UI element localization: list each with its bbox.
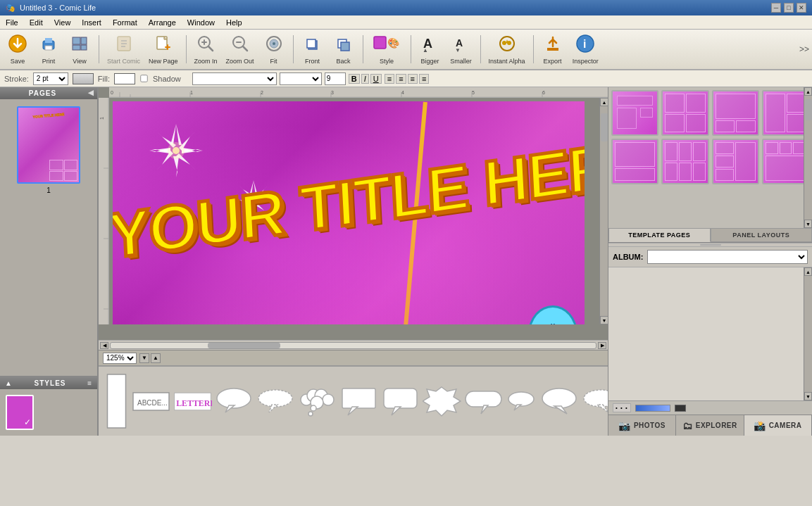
toolbar: Save Print View [0,30,812,70]
zoom-increase-button[interactable]: ▲ [151,353,161,363]
speech-bubble-round2-shape[interactable] [540,386,579,417]
dots-button[interactable]: • • • [613,403,631,412]
speech-bubble-rect-shape[interactable] [339,386,378,417]
zoom-in-button[interactable]: Zoom In [191,31,221,68]
canvas-scroll-right-arrow[interactable]: ▶ [598,342,606,349]
back-button[interactable]: Back [329,31,358,68]
menu-insert[interactable]: Insert [76,17,107,28]
fill-color-box[interactable] [114,73,135,84]
speech-bubble-wide-shape[interactable] [464,386,503,417]
speech-bubble-jagged-shape[interactable] [423,386,461,417]
styles-more-button[interactable]: ≡ [87,379,95,387]
instant-alpha-button[interactable]: Instant Alpha [485,31,529,68]
template-thumb-6[interactable] [661,139,708,184]
text-box-shape[interactable]: ABCDE... [132,386,170,417]
template-thumb-1[interactable] [611,90,658,136]
menu-file[interactable]: File [0,17,24,28]
fit-button[interactable]: Fit [259,31,289,68]
menu-help[interactable]: Help [220,17,248,28]
zoom-select[interactable]: 125% 100% 75% 50% [103,353,137,364]
template-scroll-thumb[interactable] [805,99,812,120]
close-button[interactable]: ✕ [797,3,806,13]
template-thumb-5[interactable] [611,139,658,184]
menu-edit[interactable]: Edit [24,17,49,28]
lettering-shape[interactable]: LETTERING [173,386,212,417]
speech-bubble-cloud-shape[interactable] [298,386,337,417]
shadow-label: Shadow [153,75,181,83]
speech-bubble-rect2-shape[interactable] [381,386,420,417]
tab-explorer[interactable]: 🗂 EXPLORER [676,415,744,436]
tab-template-pages[interactable]: TEMPLATE PAGES [608,228,711,242]
menu-view[interactable]: View [49,17,77,28]
underline-button[interactable]: U [370,74,382,84]
tab-panel-layouts[interactable]: PANEL LAYOUTS [711,228,813,242]
print-button[interactable]: Print [34,31,63,68]
save-button[interactable]: Save [3,31,32,68]
pages-collapse-button[interactable]: ◀ [88,89,94,96]
align-justify-button[interactable]: ≡ [419,74,429,84]
canvas-hscroll-thumb[interactable] [208,343,280,348]
font-size-input[interactable] [325,72,346,85]
maximize-button[interactable]: □ [784,3,794,13]
template-thumb-3[interactable] [712,90,759,136]
export-button[interactable]: Export [538,31,568,68]
smaller-button[interactable]: A ▼ Smaller [446,31,476,68]
menu-format[interactable]: Format [107,17,143,28]
sep7 [533,35,534,63]
menu-arrange[interactable]: Arrange [143,17,182,28]
photo-scroll-down[interactable]: ▼ [804,392,812,400]
color-slider[interactable] [635,405,670,412]
style-swatch-1[interactable]: ✓ [6,395,34,430]
menu-window[interactable]: Window [182,17,220,28]
template-thumb-7[interactable] [712,139,759,184]
speech-bubble-round-shape[interactable] [215,386,254,417]
template-thumb-8[interactable] [762,139,809,184]
font-family-select[interactable] [192,72,277,85]
inspector-button[interactable]: i Inspector [569,31,602,68]
speech-bubble-oval2-shape[interactable] [582,386,608,417]
album-select[interactable] [647,250,808,264]
canvas-scroll-thumb[interactable] [601,113,608,141]
template-scroll-down[interactable]: ▼ [804,220,812,228]
photo-area[interactable]: ▲ ▼ [608,267,812,400]
canvas-scroll-left-arrow[interactable]: ◀ [100,342,108,349]
svg-text:3: 3 [331,90,334,95]
stroke-color-box[interactable] [73,73,94,84]
bold-button[interactable]: B [349,74,360,84]
styles-arrow-up[interactable]: ▲ [2,379,13,387]
tab-camera[interactable]: 📸 CAMERA [744,415,812,436]
canvas-vertical-scrollbar[interactable]: ▲ ▼ [599,98,608,324]
bigger-button[interactable]: A ▲ Bigger [416,31,445,68]
start-comic-button[interactable]: Start Comic [104,31,144,68]
camera-tab-label: CAMERA [769,422,802,429]
canvas-scroll-down-arrow[interactable]: ▼ [600,316,608,324]
speech-bubble-oval-shape[interactable] [256,386,295,417]
zoom-decrease-button[interactable]: ▼ [139,353,149,363]
align-right-button[interactable]: ≡ [408,74,418,84]
zoom-out-button[interactable]: Zoom Out [223,31,258,68]
canvas-scroll[interactable]: YOUR TITLE HERE YWHE [109,98,599,324]
speech-bubble-small-shape[interactable] [506,389,537,414]
blank-rectangle-shape[interactable] [104,373,129,429]
font-style-select[interactable] [280,72,322,85]
tab-photos[interactable]: 📷 PHOTOS [608,415,676,436]
front-button[interactable]: Front [298,31,327,68]
italic-button[interactable]: I [361,74,369,84]
canvas-scroll-up-arrow[interactable]: ▲ [600,98,608,106]
view-button[interactable]: View [65,31,94,68]
styles-header: ▲ STYLES ≡ [0,377,97,389]
page-thumb-1[interactable]: YOUR TITLE HERE [17,106,80,184]
template-thumb-2[interactable] [661,90,708,136]
photo-scroll-up[interactable]: ▲ [804,267,812,276]
align-center-button[interactable]: ≡ [396,74,406,84]
template-scroll-up[interactable]: ▲ [804,87,812,96]
style-button[interactable]: 🎨 Style [368,31,406,68]
shadow-checkbox[interactable] [140,75,147,82]
minimize-button[interactable]: ─ [771,3,781,13]
template-thumb-4[interactable] [762,90,809,136]
align-left-button[interactable]: ≡ [385,74,394,84]
stroke-select[interactable]: 2 pt [33,72,68,85]
toolbar-more-button[interactable]: >> [799,44,809,54]
zoom-in-icon [196,34,216,56]
new-page-button[interactable]: New Page [145,31,182,68]
